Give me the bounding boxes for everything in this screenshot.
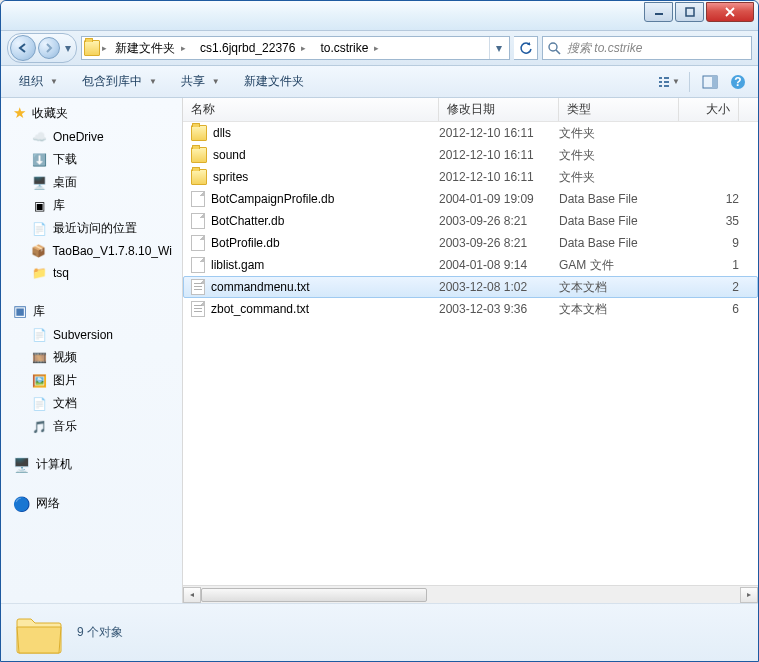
details-pane: 9 个对象 bbox=[1, 603, 758, 661]
preview-pane-button[interactable] bbox=[698, 70, 722, 94]
file-size: 2 bbox=[679, 280, 739, 294]
file-row[interactable]: BotCampaignProfile.db2004-01-09 19:09Dat… bbox=[183, 188, 758, 210]
file-name: dlls bbox=[213, 126, 231, 140]
column-headers: 名称 修改日期 类型 大小 bbox=[183, 98, 758, 122]
sidebar-item[interactable]: 🎵音乐 bbox=[1, 415, 182, 438]
folder-large-icon bbox=[15, 611, 63, 655]
organize-button[interactable]: 组织▼ bbox=[9, 69, 68, 94]
file-type: GAM 文件 bbox=[559, 257, 679, 274]
maximize-button[interactable] bbox=[675, 2, 704, 22]
sidebar-item-label: 桌面 bbox=[53, 174, 77, 191]
column-name[interactable]: 名称 bbox=[183, 98, 439, 121]
include-in-library-button[interactable]: 包含到库中▼ bbox=[72, 69, 167, 94]
column-date[interactable]: 修改日期 bbox=[439, 98, 559, 121]
share-label: 共享 bbox=[181, 73, 205, 90]
address-bar[interactable]: ▸ 新建文件夹▸ cs1.6jqrbd_22376▸ to.cstrike▸ ▾ bbox=[81, 36, 510, 60]
sidebar-item-label: 最近访问的位置 bbox=[53, 220, 137, 237]
sidebar-item[interactable]: 📄Subversion bbox=[1, 324, 182, 346]
chevron-down-icon: ▼ bbox=[212, 77, 220, 86]
forward-button[interactable] bbox=[38, 37, 60, 59]
column-type[interactable]: 类型 bbox=[559, 98, 679, 121]
file-row[interactable]: dlls2012-12-10 16:11文件夹 bbox=[183, 122, 758, 144]
sidebar-item[interactable]: 📦TaoBao_V1.7.8.10_Wi bbox=[1, 240, 182, 262]
network-icon: 🔵 bbox=[13, 496, 30, 512]
breadcrumb-item[interactable]: 新建文件夹▸ bbox=[109, 37, 194, 59]
maximize-icon bbox=[685, 7, 695, 17]
sidebar-item[interactable]: 📁tsq bbox=[1, 262, 182, 284]
file-icon bbox=[191, 235, 205, 251]
close-button[interactable] bbox=[706, 2, 754, 22]
sidebar-item[interactable]: 🎞️视频 bbox=[1, 346, 182, 369]
folder-icon: 📁 bbox=[31, 265, 47, 281]
file-row[interactable]: commandmenu.txt2003-12-08 1:02文本文档2 bbox=[183, 276, 758, 298]
breadcrumb-item[interactable]: to.cstrike▸ bbox=[314, 37, 387, 59]
svg-point-2 bbox=[549, 43, 557, 51]
sidebar-item[interactable]: 🖥️桌面 bbox=[1, 171, 182, 194]
navigation-pane: ★收藏夹 ☁️OneDrive⬇️下载🖥️桌面▣库📄最近访问的位置📦TaoBao… bbox=[1, 98, 183, 603]
view-icon bbox=[658, 75, 669, 89]
new-folder-button[interactable]: 新建文件夹 bbox=[234, 69, 314, 94]
file-icon bbox=[191, 213, 205, 229]
svg-rect-6 bbox=[664, 81, 669, 83]
network-header[interactable]: 🔵网络 bbox=[1, 489, 182, 516]
computer-header[interactable]: 🖥️计算机 bbox=[1, 450, 182, 477]
column-size[interactable]: 大小 bbox=[679, 98, 739, 121]
folder-icon bbox=[84, 40, 100, 56]
sidebar-item[interactable]: 📄最近访问的位置 bbox=[1, 217, 182, 240]
horizontal-scrollbar[interactable]: ◂ ▸ bbox=[183, 585, 758, 603]
lib-icon: ▣ bbox=[31, 198, 47, 214]
organize-label: 组织 bbox=[19, 73, 43, 90]
minimize-button[interactable] bbox=[644, 2, 673, 22]
sidebar-item-label: TaoBao_V1.7.8.10_Wi bbox=[53, 244, 172, 258]
sidebar-item-label: tsq bbox=[53, 266, 69, 280]
chevron-down-icon: ▼ bbox=[672, 77, 680, 86]
file-row[interactable]: liblist.gam2004-01-08 9:14GAM 文件1 bbox=[183, 254, 758, 276]
address-dropdown[interactable]: ▾ bbox=[489, 37, 507, 59]
toolbar: 组织▼ 包含到库中▼ 共享▼ 新建文件夹 ▼ ? bbox=[1, 66, 758, 98]
refresh-icon bbox=[519, 41, 533, 55]
breadcrumb-item[interactable]: cs1.6jqrbd_22376▸ bbox=[194, 37, 314, 59]
content-area: 名称 修改日期 类型 大小 dlls2012-12-10 16:11文件夹sou… bbox=[183, 98, 758, 603]
view-mode-button[interactable]: ▼ bbox=[657, 70, 681, 94]
include-label: 包含到库中 bbox=[82, 73, 142, 90]
sidebar-item[interactable]: 📄文档 bbox=[1, 392, 182, 415]
sidebar-item-label: 文档 bbox=[53, 395, 77, 412]
favorites-header[interactable]: ★收藏夹 bbox=[1, 98, 182, 126]
file-date: 2012-12-10 16:11 bbox=[439, 148, 559, 162]
scroll-right-button[interactable]: ▸ bbox=[740, 587, 758, 603]
share-button[interactable]: 共享▼ bbox=[171, 69, 230, 94]
file-row[interactable]: sound2012-12-10 16:11文件夹 bbox=[183, 144, 758, 166]
file-list[interactable]: dlls2012-12-10 16:11文件夹sound2012-12-10 1… bbox=[183, 122, 758, 585]
scroll-thumb[interactable] bbox=[201, 588, 427, 602]
file-date: 2003-09-26 8:21 bbox=[439, 236, 559, 250]
network-label: 网络 bbox=[36, 495, 60, 512]
sidebar-item[interactable]: ▣库 bbox=[1, 194, 182, 217]
file-name: zbot_command.txt bbox=[211, 302, 309, 316]
scroll-track[interactable] bbox=[201, 587, 740, 603]
scroll-left-button[interactable]: ◂ bbox=[183, 587, 201, 603]
file-size: 6 bbox=[679, 302, 739, 316]
folder-icon bbox=[191, 169, 207, 185]
file-row[interactable]: BotProfile.db2003-09-26 8:21Data Base Fi… bbox=[183, 232, 758, 254]
svg-rect-5 bbox=[659, 81, 662, 83]
help-button[interactable]: ? bbox=[726, 70, 750, 94]
library-header[interactable]: ▣库 bbox=[1, 296, 182, 324]
sidebar-item[interactable]: ⬇️下载 bbox=[1, 148, 182, 171]
search-box[interactable]: 搜索 to.cstrike bbox=[542, 36, 752, 60]
file-name: liblist.gam bbox=[211, 258, 264, 272]
folder-icon bbox=[191, 147, 207, 163]
file-row[interactable]: BotChatter.db2003-09-26 8:21Data Base Fi… bbox=[183, 210, 758, 232]
history-dropdown[interactable]: ▾ bbox=[62, 41, 74, 55]
breadcrumb-label: cs1.6jqrbd_22376 bbox=[200, 41, 295, 55]
back-button[interactable] bbox=[10, 35, 36, 61]
file-type: Data Base File bbox=[559, 236, 679, 250]
file-size: 9 bbox=[679, 236, 739, 250]
titlebar bbox=[1, 1, 758, 31]
sidebar-item-label: 图片 bbox=[53, 372, 77, 389]
file-row[interactable]: zbot_command.txt2003-12-03 9:36文本文档6 bbox=[183, 298, 758, 320]
refresh-button[interactable] bbox=[514, 36, 538, 60]
sidebar-item[interactable]: 🖼️图片 bbox=[1, 369, 182, 392]
sidebar-item[interactable]: ☁️OneDrive bbox=[1, 126, 182, 148]
file-row[interactable]: sprites2012-12-10 16:11文件夹 bbox=[183, 166, 758, 188]
file-type: 文本文档 bbox=[559, 301, 679, 318]
